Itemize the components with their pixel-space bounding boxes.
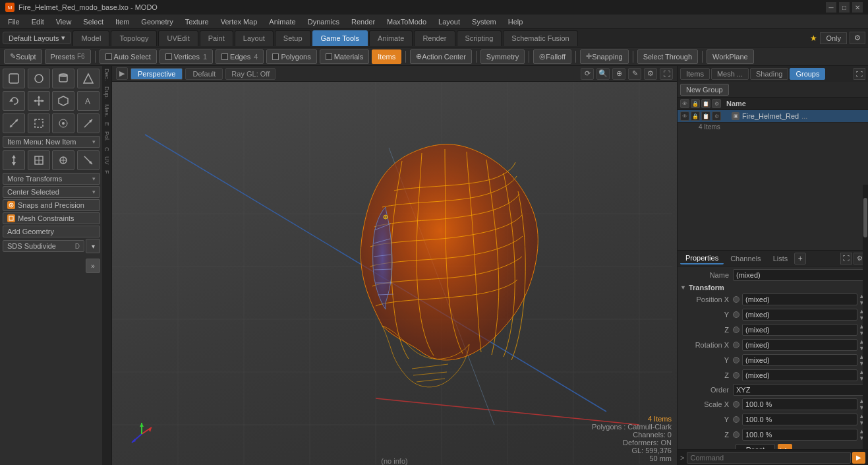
reset-orange-button[interactable]: ▶▶ — [778, 444, 792, 449]
snaps-precision-button[interactable]: Snaps and Precision — [3, 199, 100, 211]
vertices-button[interactable]: Vertices 1 — [159, 49, 213, 64]
tool-arrow[interactable] — [77, 113, 100, 133]
item-menu-dropdown[interactable]: Item Menu: New Item ▾ — [3, 136, 100, 148]
add-geometry-button[interactable]: Add Geometry — [3, 226, 100, 237]
tool-sphere[interactable] — [28, 69, 50, 88]
scale-x-dot[interactable] — [733, 401, 739, 408]
vtab-f[interactable]: F — [102, 168, 111, 177]
tool-center[interactable] — [52, 113, 74, 133]
vp-default[interactable]: Default — [185, 68, 223, 80]
order-select[interactable]: XYZ XZY YXZ YZX ZXY ZYX — [733, 384, 865, 396]
rbtab-properties[interactable]: Properties — [680, 253, 724, 264]
only-button[interactable]: Only — [820, 32, 847, 44]
tab-animate[interactable]: Animate — [369, 30, 413, 46]
window-controls[interactable]: ─ □ ✕ — [826, 2, 863, 13]
transform-tool-3[interactable] — [52, 150, 74, 170]
center-selected-button[interactable]: Center Selected ▾ — [3, 186, 100, 198]
default-layouts-dropdown[interactable]: Default Layouts ▾ — [3, 32, 71, 44]
tool-move[interactable] — [28, 91, 50, 111]
item-fire-helmet[interactable]: 👁 🔒 📋 ⚙ ▣ Fire_Helmet_Red ... — [678, 110, 868, 123]
menu-edit[interactable]: Edit — [26, 15, 49, 28]
double-arrow-button[interactable]: » — [86, 259, 100, 273]
maximize-button[interactable]: □ — [839, 2, 850, 13]
viewport-canvas[interactable]: 4 Items Polygons : Catmull-Clark Channel… — [112, 82, 677, 465]
rbtab-lists[interactable]: Lists — [768, 253, 794, 264]
vertices-checkbox[interactable] — [165, 53, 172, 60]
lock-icon[interactable]: 🔒 — [691, 111, 700, 121]
workplane-button[interactable]: WorkPlane — [707, 49, 754, 64]
rot-y-dot[interactable] — [733, 357, 739, 363]
vp-ray-gl[interactable]: Ray GL: Off — [225, 68, 275, 80]
vp-settings-icon[interactable]: ⚙ — [644, 68, 657, 80]
viewport[interactable]: ▶ Perspective Default Ray GL: Off ⟳ 🔍 ⊕ … — [112, 66, 677, 465]
vtab-dec[interactable]: Dec. — [102, 66, 111, 84]
tool-scale[interactable] — [3, 113, 25, 133]
rot-x-input[interactable] — [742, 339, 857, 351]
rot-y-input[interactable] — [742, 354, 857, 366]
menu-item[interactable]: Item — [110, 15, 134, 28]
rtab-mesh[interactable]: Mesh ... — [711, 68, 749, 80]
rtab-shading[interactable]: Shading — [750, 68, 788, 80]
vp-expand-icon[interactable]: ⛶ — [660, 68, 673, 80]
presets-button[interactable]: Presets F6 — [45, 49, 91, 64]
rtab-groups[interactable]: Groups — [790, 68, 825, 80]
vtab-pol[interactable]: Pol. — [102, 129, 111, 144]
sds-expand-button[interactable]: ▾ — [86, 239, 100, 253]
pos-y-input[interactable] — [742, 309, 857, 321]
rot-x-dot[interactable] — [733, 342, 739, 348]
expand-icon[interactable]: ⛶ — [840, 253, 852, 264]
right-scrollbar[interactable] — [863, 251, 868, 449]
rtab-items[interactable]: Items — [680, 68, 710, 80]
tab-uvedit[interactable]: UVEdit — [158, 30, 198, 46]
menu-help[interactable]: Help — [503, 15, 529, 28]
menu-dynamics[interactable]: Dynamics — [303, 15, 345, 28]
tab-paint[interactable]: Paint — [200, 30, 233, 46]
tool-hex[interactable] — [52, 91, 74, 111]
menu-view[interactable]: View — [51, 15, 77, 28]
menu-vertex-map[interactable]: Vertex Map — [216, 15, 263, 28]
symmetry-button[interactable]: Symmetry — [480, 49, 525, 64]
tool-cylinder[interactable] — [52, 69, 74, 88]
tab-setup[interactable]: Setup — [275, 30, 311, 46]
vtab-e[interactable]: E — [102, 119, 111, 129]
close-button[interactable]: ✕ — [852, 2, 863, 13]
scale-x-input[interactable] — [742, 398, 857, 410]
rot-z-input[interactable] — [742, 369, 857, 381]
clip-icon[interactable]: 📋 — [701, 111, 710, 121]
edges-button[interactable]: Edges 4 — [216, 49, 264, 64]
auto-select-checkbox[interactable] — [105, 53, 112, 60]
items-button[interactable]: Items — [372, 49, 401, 64]
pos-y-dot[interactable] — [733, 311, 739, 318]
vtab-mes[interactable]: Mes. — [102, 102, 111, 120]
pos-z-input[interactable] — [742, 324, 857, 336]
scale-y-input[interactable] — [742, 414, 857, 425]
scale-z-dot[interactable] — [733, 431, 739, 438]
materials-checkbox[interactable] — [326, 53, 332, 60]
transform-tool-4[interactable] — [77, 150, 100, 170]
edges-checkbox[interactable] — [221, 53, 228, 60]
menu-file[interactable]: File — [3, 15, 25, 28]
vp-rotate-icon[interactable]: ⟳ — [581, 68, 594, 80]
pos-z-dot[interactable] — [733, 326, 739, 333]
menu-max-to-modo[interactable]: MaxToModo — [382, 15, 432, 28]
polygons-button[interactable]: Polygons — [266, 49, 316, 64]
tool-transform[interactable] — [28, 113, 50, 133]
layout-settings-button[interactable]: ⚙ — [850, 32, 865, 44]
tab-model[interactable]: Model — [72, 30, 109, 46]
reset-button[interactable]: Reset — [736, 444, 775, 449]
vtab-c[interactable]: C — [102, 144, 111, 154]
vp-zoom-icon[interactable]: 🔍 — [596, 68, 610, 80]
scale-z-input[interactable] — [742, 429, 857, 441]
rot-z-dot[interactable] — [733, 372, 739, 379]
tool-select[interactable] — [3, 69, 25, 88]
tool-text[interactable]: A — [77, 91, 100, 111]
menu-system[interactable]: System — [467, 15, 502, 28]
tool-rotate[interactable] — [3, 91, 25, 111]
menu-layout[interactable]: Layout — [433, 15, 465, 28]
minimize-button[interactable]: ─ — [826, 2, 836, 13]
vp-tab-unlabeled[interactable]: ▶ — [116, 67, 128, 80]
tool-cone[interactable] — [77, 69, 100, 88]
action-center-button[interactable]: ⊕ Action Center — [410, 49, 472, 64]
materials-button[interactable]: Materials — [320, 49, 370, 64]
menu-select[interactable]: Select — [78, 15, 109, 28]
